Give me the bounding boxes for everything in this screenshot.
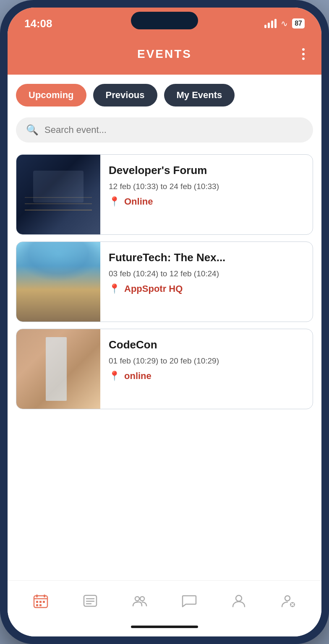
location-name: AppSpotr HQ <box>124 283 183 294</box>
event-info-developers-forum: Developer's Forum 12 feb (10:33) to 24 f… <box>100 155 313 234</box>
event-date: 01 feb (10:29) to 20 feb (10:29) <box>109 356 304 366</box>
signal-icon <box>264 19 277 28</box>
location-pin-icon: 📍 <box>109 371 120 382</box>
page-title: EVENTS <box>137 47 192 61</box>
event-image-developers-forum <box>16 155 100 234</box>
event-date: 12 feb (10:33) to 24 feb (10:33) <box>109 182 304 191</box>
wifi-icon: ∿ <box>281 18 288 29</box>
profile-settings-icon <box>281 593 296 612</box>
app-header: EVENTS <box>8 37 321 75</box>
profile-icon <box>231 593 246 612</box>
search-container: 🔍 <box>8 114 321 150</box>
svg-rect-4 <box>36 601 38 603</box>
nav-item-calendar[interactable] <box>29 589 52 616</box>
event-card-codecon[interactable]: CodeCon 01 feb (10:29) to 20 feb (10:29)… <box>16 329 313 409</box>
event-location: 📍 online <box>109 371 304 382</box>
svg-rect-2 <box>36 595 38 597</box>
location-pin-icon: 📍 <box>109 196 120 207</box>
battery-icon: 87 <box>292 18 305 29</box>
event-location: 📍 Online <box>109 196 304 207</box>
search-icon: 🔍 <box>26 124 39 136</box>
event-info-codecon: CodeCon 01 feb (10:29) to 20 feb (10:29)… <box>100 329 313 409</box>
event-date: 03 feb (10:24) to 12 feb (10:24) <box>109 269 304 278</box>
community-icon <box>132 593 147 612</box>
tab-previous[interactable]: Previous <box>93 84 157 106</box>
svg-rect-8 <box>39 604 42 606</box>
nav-item-chat[interactable] <box>178 589 201 616</box>
svg-point-15 <box>236 595 242 601</box>
event-image-codecon <box>16 329 100 409</box>
menu-button[interactable] <box>302 48 305 60</box>
tab-upcoming[interactable]: Upcoming <box>16 84 86 106</box>
phone-screen: 14:08 ∿ 87 EVENTS <box>8 8 321 636</box>
nav-item-news[interactable] <box>78 589 102 616</box>
location-name: Online <box>124 196 153 207</box>
svg-point-16 <box>285 596 290 601</box>
svg-rect-7 <box>36 604 38 606</box>
svg-point-13 <box>135 597 139 601</box>
event-card-developers-forum[interactable]: Developer's Forum 12 feb (10:33) to 24 f… <box>16 154 313 235</box>
event-location: 📍 AppSpotr HQ <box>109 283 304 294</box>
phone-frame: 14:08 ∿ 87 EVENTS <box>0 0 329 644</box>
event-info-futuretech: FutureTech: The Nex... 03 feb (10:24) to… <box>100 242 313 322</box>
news-icon <box>83 593 98 612</box>
event-title: Developer's Forum <box>109 164 304 177</box>
svg-point-14 <box>140 597 144 601</box>
location-pin-icon: 📍 <box>109 283 120 294</box>
svg-rect-6 <box>43 601 45 603</box>
chat-icon <box>182 593 197 612</box>
bottom-nav <box>8 580 321 621</box>
location-name: online <box>124 371 151 382</box>
svg-rect-3 <box>44 595 45 597</box>
tab-myevents[interactable]: My Events <box>164 84 235 106</box>
events-list: Developer's Forum 12 feb (10:33) to 24 f… <box>8 150 321 580</box>
event-title: CodeCon <box>109 338 304 351</box>
nav-item-community[interactable] <box>128 589 151 616</box>
nav-item-profile[interactable] <box>227 589 251 616</box>
nav-item-profile-settings[interactable] <box>277 589 300 616</box>
svg-rect-5 <box>39 601 42 603</box>
tab-bar: Upcoming Previous My Events <box>8 75 321 114</box>
calendar-icon <box>33 593 48 612</box>
status-icons: ∿ 87 <box>264 18 305 29</box>
status-time: 14:08 <box>24 17 52 30</box>
event-image-futuretech <box>16 242 100 322</box>
event-card-futuretech[interactable]: FutureTech: The Nex... 03 feb (10:24) to… <box>16 242 313 322</box>
home-indicator <box>8 621 321 636</box>
search-input[interactable] <box>44 125 303 135</box>
dynamic-island <box>131 12 198 29</box>
search-box: 🔍 <box>16 117 313 143</box>
event-title: FutureTech: The Nex... <box>109 251 304 264</box>
